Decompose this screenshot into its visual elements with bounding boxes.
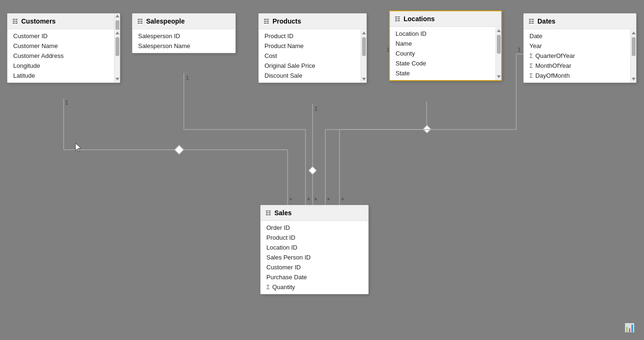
mini-chart-icon: 📊 — [624, 323, 635, 333]
salespeople-title: Salespeople — [146, 17, 185, 25]
dates-body: Date Year Σ QuarterOfYear Σ MonthOfYear … — [524, 29, 636, 82]
table-row: State — [390, 68, 495, 78]
svg-rect-3 — [174, 145, 184, 154]
table-row: Customer Name — [8, 41, 114, 51]
table-row: Date — [524, 31, 629, 41]
table-icon: ☷ — [265, 210, 271, 217]
svg-text:1: 1 — [65, 99, 68, 106]
table-row: State Code — [390, 58, 495, 68]
customers-title: Customers — [21, 17, 56, 25]
svg-text:*: * — [314, 196, 317, 204]
dates-table: ☷ Dates Date Year Σ QuarterOfYear Σ Mont… — [523, 13, 636, 83]
table-row: Sales Person ID — [261, 252, 368, 262]
locations-header: ☷ Locations — [390, 11, 501, 27]
sales-header: ☷ Sales — [261, 205, 368, 221]
table-row: Discount Sale — [259, 71, 360, 81]
customers-header: ☷ Customers — [8, 14, 120, 29]
table-row: Purchase Date — [261, 272, 368, 282]
salespeople-header: ☷ Salespeople — [132, 14, 235, 29]
svg-text:*: * — [341, 196, 344, 204]
products-title: Products — [272, 17, 301, 25]
table-row: Σ Quantity — [261, 282, 368, 292]
sales-body: Order ID Product ID Location ID Sales Pe… — [261, 221, 368, 294]
sales-title: Sales — [274, 209, 292, 217]
svg-text:*: * — [289, 196, 292, 204]
table-row: Longitude — [8, 61, 114, 71]
salespeople-table: ☷ Salespeople Salesperson ID Salesperson… — [132, 13, 236, 53]
svg-rect-18 — [423, 125, 431, 133]
table-icon: ☷ — [264, 18, 269, 25]
cursor — [74, 142, 83, 153]
table-row: Salesperson ID — [132, 31, 235, 41]
table-row: Customer ID — [8, 31, 114, 41]
sigma-icon: Σ — [529, 53, 533, 59]
table-row: Σ QuarterOfYear — [524, 51, 629, 61]
table-icon: ☷ — [137, 18, 143, 25]
svg-text:1: 1 — [518, 47, 521, 53]
customers-table: ☷ Customers Customer ID Customer Name Cu… — [7, 13, 120, 83]
sigma-icon: Σ — [266, 284, 270, 291]
table-row: Customer ID — [261, 262, 368, 272]
table-row: Cost — [259, 51, 360, 61]
table-row: Name — [390, 39, 495, 49]
table-row: County — [390, 49, 495, 58]
products-table: ☷ Products Product ID Product Name Cost … — [258, 13, 367, 83]
dates-title: Dates — [537, 17, 555, 25]
dates-header: ☷ Dates — [524, 14, 636, 29]
table-row: Original Sale Price — [259, 61, 360, 71]
svg-text:*: * — [307, 196, 310, 204]
table-icon: ☷ — [12, 18, 18, 25]
table-row: Year — [524, 41, 629, 51]
products-body: Product ID Product Name Cost Original Sa… — [259, 29, 366, 82]
table-row: Σ DayOfMonth — [524, 71, 629, 81]
table-row: Location ID — [390, 29, 495, 39]
table-row: Product Name — [259, 41, 360, 51]
locations-title: Locations — [404, 15, 435, 23]
sales-table: ☷ Sales Order ID Product ID Location ID … — [260, 205, 369, 294]
table-row: Latitude — [8, 71, 114, 81]
products-header: ☷ Products — [259, 14, 366, 29]
table-row: Σ MonthOfYear — [524, 61, 629, 71]
table-row: Product ID — [261, 233, 368, 243]
table-row: Customer Address — [8, 51, 114, 61]
svg-text:1: 1 — [314, 105, 318, 112]
sigma-icon: Σ — [529, 63, 533, 69]
svg-rect-12 — [309, 167, 317, 175]
table-icon: ☷ — [528, 18, 534, 25]
table-row: Order ID — [261, 223, 368, 233]
customers-body: Customer ID Customer Name Customer Addre… — [8, 29, 120, 82]
svg-text:*: * — [327, 196, 330, 204]
svg-text:1: 1 — [186, 75, 189, 81]
table-row: Product ID — [259, 31, 360, 41]
table-icon: ☷ — [395, 16, 400, 23]
sigma-icon: Σ — [529, 73, 533, 79]
table-row: Location ID — [261, 243, 368, 252]
locations-body: Location ID Name County State Code State — [390, 27, 501, 80]
table-row: Salesperson Name — [132, 41, 235, 51]
locations-table: ☷ Locations Location ID Name County Stat… — [389, 10, 502, 81]
svg-marker-27 — [75, 143, 81, 152]
salespeople-body: Salesperson ID Salesperson Name — [132, 29, 235, 53]
